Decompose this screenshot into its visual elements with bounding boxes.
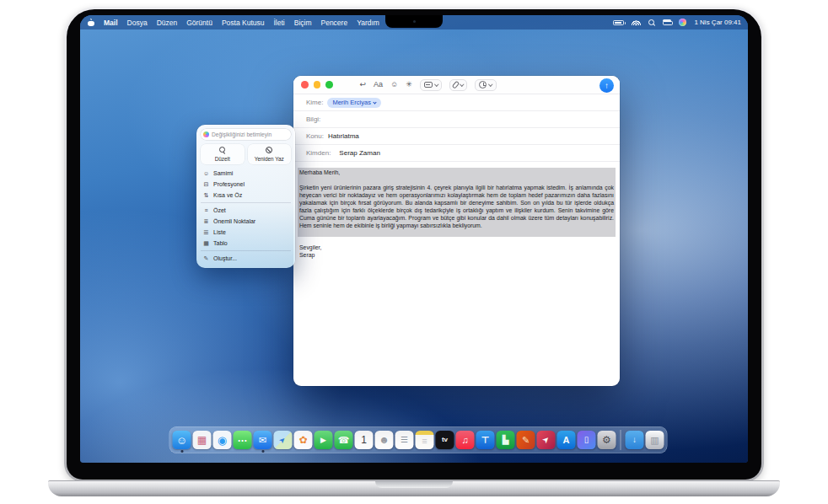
dock-icon-safari[interactable]: ◉ bbox=[213, 431, 232, 449]
macbook-base bbox=[48, 480, 780, 496]
dock-icon-messages[interactable]: … bbox=[234, 431, 252, 449]
header-fields-icon bbox=[424, 82, 433, 88]
menu-item[interactable]: Yardım bbox=[357, 19, 379, 27]
dock-icon-numbers[interactable]: ▙ bbox=[497, 431, 515, 449]
format-menu-item[interactable]: ☰Liste bbox=[201, 227, 291, 238]
tone-item-label: Samimi bbox=[213, 170, 233, 176]
dock-icon-glyph: ✉ bbox=[259, 436, 266, 445]
dock-icon-settings[interactable]: ⚙ bbox=[598, 431, 616, 449]
display-bezel: MailDosyaDüzenGörüntüPosta KutusuİletiBi… bbox=[67, 9, 761, 480]
menu-item[interactable]: Posta Kutusu bbox=[222, 19, 265, 27]
close-button[interactable] bbox=[301, 81, 309, 88]
dock-icon-glyph: ◉ bbox=[218, 435, 227, 446]
format-item-label: Önemli Noktalar bbox=[213, 218, 255, 224]
siri-icon[interactable] bbox=[679, 19, 686, 26]
dock-icon-contacts[interactable]: ☻ bbox=[375, 431, 394, 449]
search-icon[interactable] bbox=[648, 19, 655, 26]
attach-file-button[interactable] bbox=[449, 79, 467, 91]
dock-icon-mail[interactable]: ✉ bbox=[254, 431, 272, 449]
to-label: Kime: bbox=[306, 99, 323, 106]
menu-item[interactable]: Biçim bbox=[294, 19, 312, 27]
recipient-token[interactable]: Merih Erciyas bbox=[327, 98, 380, 108]
tone-menu-item[interactable]: ⊟Profesyonel bbox=[201, 179, 291, 190]
apple-intelligence-icon bbox=[203, 131, 209, 137]
rewrite-button[interactable]: Yeniden Yaz bbox=[248, 144, 292, 164]
chevron-down-icon bbox=[434, 82, 438, 86]
dock-icon-calendar[interactable]: 1 bbox=[355, 431, 374, 449]
menu-item[interactable]: Mail bbox=[104, 19, 118, 27]
dock-icon-pages[interactable]: ✎ bbox=[517, 431, 535, 449]
traffic-lights bbox=[301, 81, 333, 88]
recipient-name: Merih Erciyas bbox=[332, 99, 370, 106]
menu-bar-clock[interactable]: 1 Nis Çar 09:41 bbox=[694, 19, 741, 26]
minimize-button[interactable] bbox=[314, 81, 321, 88]
dock-icon-tv[interactable]: tv bbox=[436, 431, 454, 449]
menu-item[interactable]: Düzen bbox=[157, 19, 178, 27]
dock-icon-glyph: ☻ bbox=[379, 435, 390, 445]
menu-item[interactable]: Görüntü bbox=[186, 19, 212, 27]
menu-divider bbox=[201, 250, 291, 251]
dock-icon-rocket[interactable]: ➤ bbox=[537, 431, 556, 449]
describe-change-placeholder: Değişikliğinizi betimleyin bbox=[212, 131, 272, 137]
format-menu-item[interactable]: ≡Özet bbox=[201, 205, 291, 216]
dock-icon-glyph: ☰ bbox=[401, 436, 408, 444]
dock-icon-music[interactable]: ♫ bbox=[456, 431, 475, 449]
tone-item-icon: ⇅ bbox=[202, 192, 210, 198]
dock-icon-trash[interactable]: ▥ bbox=[646, 431, 664, 449]
compose-menu-item[interactable]: ✎ Oluştur... bbox=[201, 253, 291, 264]
wifi-icon[interactable] bbox=[632, 19, 641, 25]
selected-text-block[interactable]: Merhaba Merih, Şirketin yeni ürünlerinin… bbox=[298, 168, 616, 237]
cc-field[interactable]: Bilgi: bbox=[293, 111, 620, 128]
subject-value: Hatırlatma bbox=[328, 132, 359, 140]
macbook-frame: MailDosyaDüzenGörüntüPosta KutusuİletiBi… bbox=[64, 7, 764, 482]
dock-icon-iphone-mirroring[interactable]: ▯ bbox=[578, 431, 596, 449]
dock-icon-maps[interactable]: ➤ bbox=[274, 431, 293, 449]
format-menu-item[interactable]: ▦Tablo bbox=[201, 238, 291, 249]
window-titlebar: ↩ Aa ☺ ✳ bbox=[293, 76, 620, 94]
dock-icon-downloads[interactable]: ↓ bbox=[626, 431, 644, 449]
dock-icon-notes[interactable]: ≡ bbox=[416, 431, 434, 449]
dock-icon-keynote[interactable]: ⊤ bbox=[476, 431, 495, 449]
subject-field[interactable]: Konu: Hatırlatma bbox=[293, 128, 620, 145]
proofread-button[interactable]: Düzelt bbox=[201, 144, 245, 164]
menu-item[interactable]: İleti bbox=[273, 19, 284, 27]
dock-icon-facetime[interactable]: ▶ bbox=[315, 431, 333, 449]
dock-divider bbox=[621, 430, 621, 450]
menu-item[interactable]: Dosya bbox=[127, 19, 148, 27]
dock-icon-reminders[interactable]: ☰ bbox=[395, 431, 414, 449]
format-item-icon: ▦ bbox=[202, 240, 210, 246]
from-field[interactable]: Kimden: Serap Zaman bbox=[293, 145, 620, 162]
to-field[interactable]: Kime: Merih Erciyas bbox=[293, 94, 620, 111]
undo-icon[interactable]: ↩ bbox=[360, 81, 367, 88]
dock-icon-app-store[interactable]: A bbox=[557, 431, 576, 449]
dock-icon-glyph: ↓ bbox=[632, 436, 637, 444]
dock-icon-photos[interactable]: ✿ bbox=[294, 431, 313, 449]
format-text-icon[interactable]: Aa bbox=[374, 81, 383, 88]
battery-icon[interactable] bbox=[613, 20, 624, 25]
format-menu-item[interactable]: ≣Önemli Noktalar bbox=[201, 216, 291, 227]
tone-menu-item[interactable]: ☺Samimi bbox=[201, 168, 291, 179]
menu-item[interactable]: Pencere bbox=[321, 19, 348, 27]
macbook-base-notch bbox=[375, 481, 453, 488]
control-center-icon[interactable] bbox=[663, 19, 671, 25]
header-fields-button[interactable] bbox=[420, 79, 443, 91]
apple-logo-icon[interactable] bbox=[88, 19, 94, 26]
emoji-icon[interactable]: ☺ bbox=[390, 81, 398, 88]
send-button[interactable]: ↑ bbox=[599, 78, 614, 93]
writing-tools-icon[interactable]: ✳ bbox=[406, 81, 412, 88]
dock-icon-finder[interactable]: ☺ bbox=[173, 431, 191, 449]
dock-icon-launchpad[interactable]: ▦ bbox=[193, 431, 212, 449]
camera-dot bbox=[413, 20, 416, 23]
fullscreen-button[interactable] bbox=[325, 81, 333, 88]
email-body[interactable]: Merhaba Merih, Şirketin yeni ürünlerinin… bbox=[293, 162, 620, 265]
rewrite-pencil-icon bbox=[266, 147, 272, 153]
email-signoff: Sevgiler, Serap bbox=[298, 244, 616, 259]
email-signature: Serap bbox=[299, 251, 614, 259]
dock-icon-glyph: tv bbox=[442, 437, 448, 443]
clock-icon bbox=[479, 81, 487, 88]
describe-change-input[interactable]: Değişikliğinizi betimleyin bbox=[201, 129, 291, 140]
tone-menu-item[interactable]: ⇅Kısa ve Öz bbox=[201, 190, 291, 201]
tone-item-icon: ⊟ bbox=[202, 181, 210, 187]
send-later-button[interactable] bbox=[475, 79, 497, 91]
dock-icon-phone[interactable]: ☎ bbox=[335, 431, 353, 449]
